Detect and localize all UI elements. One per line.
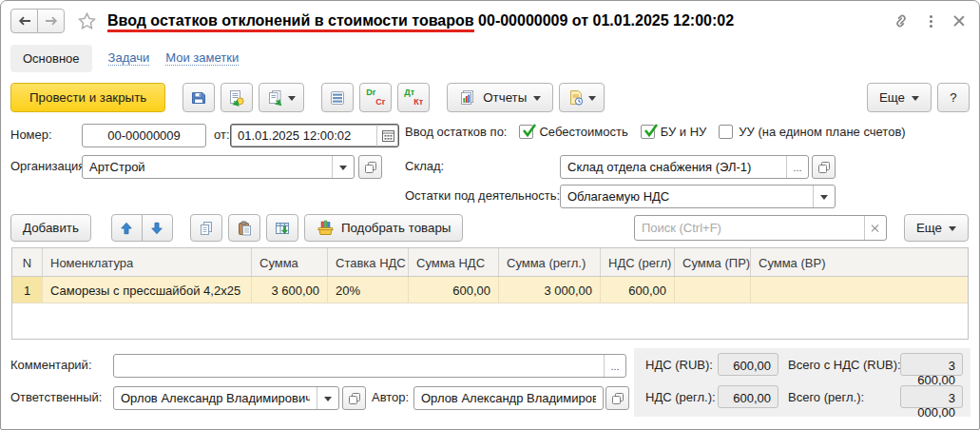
- table-more-button[interactable]: Еще: [904, 214, 969, 242]
- warehouse-input[interactable]: [561, 156, 786, 178]
- forward-button[interactable]: [37, 9, 65, 33]
- green-check-icon: [521, 123, 537, 138]
- dropdown-caret: [339, 166, 347, 174]
- pick-goods-label: Подобрать товары: [341, 221, 452, 235]
- activity-field-wrap: [560, 185, 836, 208]
- cell-sum-regl[interactable]: 3 000,00: [499, 277, 601, 303]
- column-header-sum-regl: Сумма (регл.): [499, 248, 601, 276]
- dropdown-caret: [912, 96, 919, 105]
- responsible-open-button[interactable]: [342, 386, 366, 410]
- tab-tasks[interactable]: Задачи: [108, 50, 150, 66]
- column-header-sum-vr: Сумма (ВР): [751, 248, 968, 276]
- responsible-field-wrap: [113, 386, 339, 410]
- favorite-star-icon[interactable]: [77, 11, 97, 30]
- table-row-selected[interactable]: 1 Саморезы с прессшайбой 4,2х25 3 600,00…: [12, 277, 968, 303]
- cell-row-number[interactable]: 1: [12, 277, 43, 303]
- back-button[interactable]: [10, 9, 38, 33]
- activity-dropdown-button[interactable]: [813, 186, 835, 207]
- arrow-left-icon: [17, 15, 32, 27]
- warehouse-select-button[interactable]: ...: [786, 156, 808, 178]
- page-title-suffix: 00-00000009 от 01.01.2025 12:00:02: [474, 12, 734, 29]
- search-clear-button[interactable]: [864, 216, 886, 240]
- post-document-button[interactable]: [221, 83, 253, 112]
- tab-main[interactable]: Основное: [10, 45, 92, 72]
- search-input[interactable]: [635, 216, 864, 240]
- cell-sum-vr[interactable]: [751, 277, 968, 303]
- command-bar: Провести и закрыть: [1, 79, 979, 120]
- date-field-wrap: [230, 124, 399, 147]
- date-input[interactable]: [231, 125, 376, 147]
- column-header-n: N: [12, 248, 43, 276]
- dropdown-caret: [820, 195, 828, 204]
- responsible-label: Ответственный:: [10, 390, 102, 404]
- reports-label: Отчеты: [483, 90, 527, 105]
- vat-rub-value: 600,00: [718, 353, 778, 376]
- floppy-save-icon: [190, 89, 207, 107]
- checkbox-box: [519, 125, 533, 139]
- add-row-button[interactable]: Добавить: [10, 214, 91, 242]
- column-header-vat-rate: Ставка НДС: [328, 248, 409, 276]
- author-input[interactable]: [414, 387, 603, 409]
- organization-open-button[interactable]: [358, 155, 382, 179]
- form-header-area: Номер: от: Ввод остатков по:: [1, 120, 979, 212]
- reports-button[interactable]: Отчеты: [447, 83, 553, 112]
- more-button[interactable]: Еще: [867, 83, 932, 112]
- dropdown-caret: [324, 397, 332, 405]
- drcr-button[interactable]: DrCr: [359, 83, 392, 112]
- organization-field-wrap: [82, 155, 355, 179]
- pick-goods-button[interactable]: Подобрать товары: [304, 214, 464, 242]
- checkbox-bu-nu[interactable]: БУ и НУ: [641, 125, 707, 139]
- column-header-vat-sum: Сумма НДС: [409, 248, 499, 276]
- pick-goods-box-icon: [317, 220, 335, 236]
- help-button[interactable]: ?: [937, 83, 970, 112]
- total-with-vat-value: 3 600,00: [900, 353, 963, 376]
- dtkt-icon: ДтКт: [404, 88, 423, 107]
- copy-row-button[interactable]: [190, 214, 222, 242]
- move-up-button[interactable]: [111, 214, 143, 242]
- cell-nomenclature[interactable]: Саморезы с прессшайбой 4,2х25: [43, 277, 252, 303]
- reports-chart-icon: [459, 89, 476, 107]
- paste-row-button[interactable]: [228, 214, 260, 242]
- calendar-button[interactable]: [376, 125, 398, 147]
- checkbox-uu[interactable]: УУ (на едином плане счетов): [719, 125, 905, 139]
- warehouse-open-button[interactable]: [812, 155, 836, 179]
- get-link-icon[interactable]: [893, 12, 910, 29]
- author-open-button[interactable]: [605, 386, 629, 410]
- cell-vat-rate[interactable]: 20%: [328, 277, 409, 303]
- document-clock-icon: [567, 89, 585, 107]
- history-nav-group: [10, 9, 65, 33]
- register-records-button[interactable]: [321, 83, 354, 112]
- cell-vat-sum[interactable]: 600,00: [409, 277, 499, 303]
- cell-vat-regl[interactable]: 600,00: [601, 277, 675, 303]
- dropdown-caret: [288, 96, 296, 105]
- move-down-button[interactable]: [142, 214, 173, 242]
- organization-input[interactable]: [83, 156, 332, 178]
- close-icon[interactable]: [952, 14, 966, 28]
- table-header-row: N Номенклатура Сумма Ставка НДС Сумма НД…: [12, 248, 968, 277]
- more-menu-icon[interactable]: [928, 13, 934, 29]
- save-button[interactable]: [183, 83, 215, 112]
- fill-table-button[interactable]: [266, 214, 298, 242]
- checkbox-box: [641, 125, 655, 139]
- checkbox-cost[interactable]: Себестоимость: [519, 125, 627, 139]
- fill-table-icon: [275, 221, 290, 236]
- comment-input[interactable]: [114, 355, 604, 377]
- scheduled-doc-button[interactable]: [559, 83, 605, 112]
- activity-input[interactable]: [561, 186, 813, 207]
- cell-sum[interactable]: 3 600,00: [252, 277, 328, 303]
- number-input[interactable]: [83, 125, 205, 147]
- responsible-dropdown-button[interactable]: [317, 387, 338, 409]
- comment-expand-button[interactable]: ...: [604, 355, 625, 377]
- cell-sum-pr[interactable]: [675, 277, 751, 303]
- responsible-input[interactable]: [114, 387, 317, 409]
- create-based-on-button[interactable]: [259, 83, 304, 112]
- organization-dropdown-button[interactable]: [332, 156, 354, 178]
- more-label: Еще: [879, 90, 905, 105]
- footer-area: Комментарий: ... Ответственный: Автор:: [1, 348, 979, 430]
- post-and-close-button[interactable]: Провести и закрыть: [10, 83, 165, 112]
- table-empty-area[interactable]: [12, 303, 968, 339]
- checkbox-label: БУ и НУ: [661, 125, 707, 139]
- column-header-nomenclature: Номенклатура: [43, 248, 252, 276]
- dtkt-button[interactable]: ДтКт: [397, 83, 430, 112]
- tab-my-notes[interactable]: Мои заметки: [165, 50, 239, 66]
